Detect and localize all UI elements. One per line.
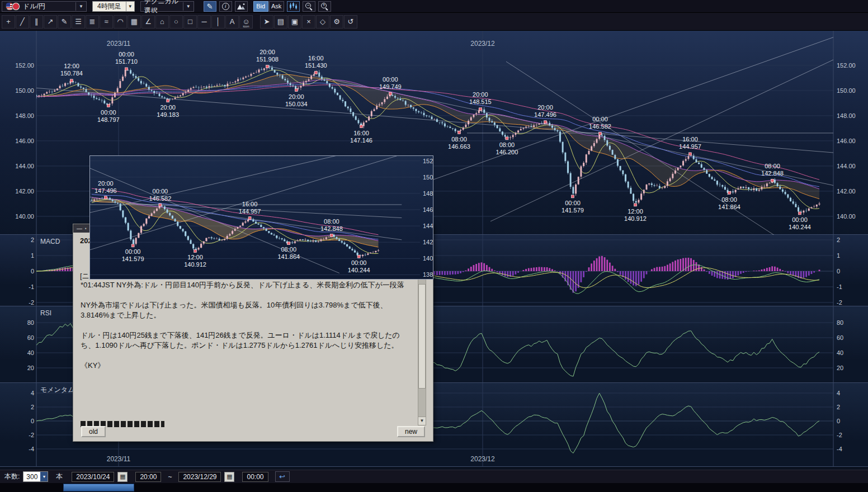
bars-count-input[interactable]: 300 ▼ <box>23 471 48 482</box>
scrollbar-thumb[interactable] <box>418 284 426 389</box>
image-capture-button[interactable] <box>235 1 248 12</box>
start-date-calendar-button[interactable]: ▦ <box>117 472 128 482</box>
old-news-button[interactable]: old <box>81 426 106 437</box>
trendline-tool[interactable]: ╱ <box>16 15 29 29</box>
parallel-lines-tool[interactable]: ∥ <box>30 15 43 29</box>
svg-text:20:00: 20:00 <box>160 104 176 111</box>
timeframe-selector[interactable]: 4時間足 <box>92 1 126 12</box>
horizontal-levels-tool-icon: ☰ <box>75 18 82 25</box>
wave-tool[interactable]: ≈ <box>100 15 113 29</box>
svg-text:151.710: 151.710 <box>115 58 138 65</box>
svg-text:152.00: 152.00 <box>15 62 34 69</box>
bars-count-value: 300 <box>26 473 37 481</box>
svg-text:150: 150 <box>423 174 433 181</box>
svg-text:141.864: 141.864 <box>277 253 300 260</box>
svg-text:142.00: 142.00 <box>15 188 34 195</box>
svg-text:147.146: 147.146 <box>350 137 372 144</box>
technical-selector[interactable]: テクニカル選択 ▼ <box>140 1 194 12</box>
pointer-tool[interactable]: ➤ <box>260 15 273 29</box>
range-separator: ~ <box>168 473 172 481</box>
start-time-input[interactable]: 20:00 <box>135 472 161 482</box>
rectangle-tool-icon: □ <box>188 18 192 25</box>
regression-line-tool[interactable]: ∠ <box>141 15 155 29</box>
fibonacci-tool[interactable]: ≣ <box>86 15 99 29</box>
refresh-icon: ↩ <box>279 472 285 481</box>
pencil-icon: ✎ <box>207 2 213 11</box>
eraser-tool[interactable]: ◇ <box>316 15 329 29</box>
svg-text:08:00: 08:00 <box>765 163 780 169</box>
ask-button[interactable]: Ask <box>269 1 284 12</box>
pointer-tool-icon: ➤ <box>264 18 270 25</box>
svg-text:16:00: 16:00 <box>353 130 369 136</box>
end-time-input[interactable]: 00:00 <box>242 472 268 482</box>
svg-text:4: 4 <box>837 390 840 396</box>
scroll-down-button[interactable]: ▼ <box>418 417 426 425</box>
timeframe-dropdown-button[interactable]: ▼ <box>126 1 135 12</box>
icon-stamp-tool[interactable]: ☺icon <box>239 15 253 29</box>
svg-text:20: 20 <box>27 365 34 371</box>
rectangle-tool[interactable]: □ <box>183 15 197 29</box>
svg-text:151.908: 151.908 <box>256 56 279 63</box>
pentagon-tool[interactable]: ⌂ <box>155 15 169 29</box>
vertical-line-tool[interactable]: │ <box>211 15 225 29</box>
copy-tool[interactable]: ▤ <box>274 15 287 29</box>
draw-mode-button[interactable]: ✎ <box>204 1 216 12</box>
start-date-input[interactable]: 2023/10/24 <box>72 472 114 482</box>
bid-button[interactable]: Bid <box>253 1 268 12</box>
wave-tool-icon: ≈ <box>104 18 108 25</box>
inset-chart[interactable]: 15215014814614414214013820:00147.49600:0… <box>90 156 433 279</box>
svg-text:152.00: 152.00 <box>837 62 856 69</box>
currency-pair-selector[interactable]: ドル/円 ▼ <box>2 1 87 12</box>
news-paragraph: 《KY》 <box>81 361 413 371</box>
text-tool[interactable]: A <box>225 15 239 29</box>
svg-text:RSI: RSI <box>40 309 51 317</box>
circle-tool[interactable]: ○ <box>169 15 183 29</box>
svg-text:20:00: 20:00 <box>98 180 114 187</box>
svg-text:80: 80 <box>837 319 843 326</box>
measure-tool[interactable]: × <box>302 15 315 29</box>
svg-text:2: 2 <box>31 236 34 243</box>
svg-text:08:00: 08:00 <box>721 196 737 203</box>
svg-text:2023/12: 2023/12 <box>470 455 495 463</box>
svg-text:146.582: 146.582 <box>589 123 611 130</box>
svg-text:1: 1 <box>837 252 840 259</box>
svg-text:140.244: 140.244 <box>348 267 370 273</box>
horizontal-line-tool[interactable]: ─ <box>197 15 211 29</box>
info-button[interactable]: i <box>219 1 232 12</box>
arc-tool[interactable]: ◠ <box>114 15 127 29</box>
svg-text:140.912: 140.912 <box>184 261 206 268</box>
gann-grid-tool[interactable]: ▦ <box>128 15 141 29</box>
svg-text:16:00: 16:00 <box>682 136 698 143</box>
delete-tool[interactable]: ▣ <box>288 15 301 29</box>
horizontal-levels-tool[interactable]: ☰ <box>72 15 85 29</box>
svg-text:146.200: 146.200 <box>496 149 518 155</box>
end-date-calendar-button[interactable]: ▦ <box>224 472 234 482</box>
svg-text:0: 0 <box>31 418 34 424</box>
end-date-input[interactable]: 2023/12/29 <box>178 472 221 482</box>
news-body-text: *01:44JST NY外為:ドル・円節目140円手前から反発、ドル下げ止まる、… <box>81 280 413 381</box>
new-news-button[interactable]: new <box>397 426 425 437</box>
taskbar-item[interactable] <box>63 484 134 491</box>
svg-text:60: 60 <box>837 334 843 341</box>
mountain-icon <box>237 3 246 10</box>
zoom-in-button[interactable]: + <box>318 1 331 12</box>
svg-text:12:00: 12:00 <box>64 63 79 69</box>
svg-text:152: 152 <box>423 158 433 164</box>
reset-tool[interactable]: ↺ <box>344 15 357 29</box>
chart-type-button[interactable] <box>287 1 300 12</box>
candlestick-icon <box>289 2 298 10</box>
zoom-out-button[interactable]: − <box>303 1 315 12</box>
gann-grid-tool-icon: ▦ <box>131 18 138 25</box>
svg-text:60: 60 <box>27 334 34 341</box>
svg-text:20:00: 20:00 <box>260 49 275 55</box>
crosshair-tool[interactable]: + <box>2 15 15 29</box>
window-icon: ▪ <box>85 226 87 231</box>
freehand-tool[interactable]: ✎ <box>58 15 71 29</box>
settings-tool[interactable]: ⚙ <box>330 15 343 29</box>
svg-text:20:00: 20:00 <box>473 91 488 98</box>
svg-text:20:00: 20:00 <box>537 104 553 111</box>
refresh-range-button[interactable]: ↩ <box>275 471 290 482</box>
ray-tool[interactable]: ↗ <box>44 15 57 29</box>
inset-chart-window[interactable]: 15215014814614414214013820:00147.49600:0… <box>89 155 433 280</box>
minimize-icon[interactable]: — <box>77 226 82 231</box>
